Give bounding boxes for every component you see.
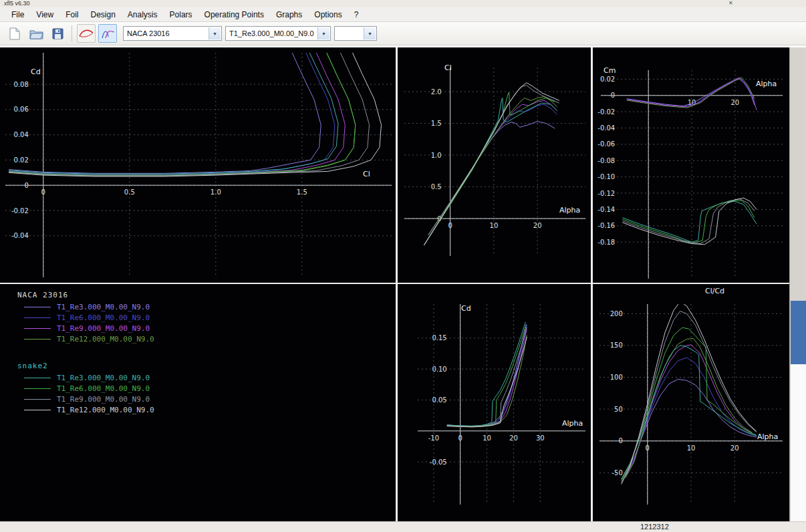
svg-text:Cl/Cd: Cl/Cd (705, 287, 724, 295)
background-window-edge (789, 47, 806, 521)
svg-text:2.0: 2.0 (431, 88, 442, 96)
legend-line-sample (24, 388, 51, 389)
legend-line-sample (24, 378, 51, 378)
svg-text:-0.06: -0.06 (597, 140, 615, 148)
save-icon (52, 28, 63, 39)
legend-item-label: T1_Re6.000_M0.00_N9.0 (57, 384, 150, 393)
svg-text:1.0: 1.0 (431, 152, 442, 159)
legend-line-sample (24, 328, 51, 329)
open-folder-icon (29, 28, 43, 39)
graph-clcd-vs-alpha[interactable]: 01020200150100500-50Cl/CdAlpha (593, 284, 789, 521)
menu-item-view[interactable]: View (30, 9, 59, 21)
foil-select[interactable]: NACA 23016 ▼ (123, 26, 222, 41)
open-file-button[interactable] (27, 24, 45, 43)
svg-text:-0.04: -0.04 (597, 124, 615, 132)
polar-select-value: T1_Re3.000_M0.00_N9.0 (229, 29, 314, 37)
legend-line-sample (24, 339, 51, 340)
svg-text:Cm: Cm (603, 66, 616, 75)
svg-text:-0.16: -0.16 (597, 222, 615, 229)
svg-text:0.02: 0.02 (14, 156, 29, 164)
svg-text:-0.02: -0.02 (597, 108, 615, 116)
graph-area: 00.51.01.50.080.060.040.020-0.02-0.04CdC… (0, 47, 789, 521)
toolbar: NACA 23016 ▼ T1_Re3.000_M0.00_N9.0 ▼ ▼ (0, 22, 806, 45)
graph-cd-vs-alpha[interactable]: -1001020300.150.100.05-0.05CdAlpha (398, 284, 591, 521)
svg-text:Cl: Cl (363, 170, 370, 178)
svg-text:0.5: 0.5 (124, 188, 135, 196)
polar-select[interactable]: T1_Re3.000_M0.00_N9.0 ▼ (225, 26, 331, 41)
svg-text:Cd: Cd (461, 304, 471, 313)
legend-item: T1_Re6.000_M0.00_N9.0 (17, 383, 396, 394)
svg-text:-0.12: -0.12 (597, 190, 615, 197)
svg-text:-0.04: -0.04 (11, 232, 29, 239)
menu-item-options[interactable]: Options (308, 9, 348, 21)
legend-item: T1_Re12.000_M0.00_N9.0 (17, 404, 396, 415)
legend-item: T1_Re3.000_M0.00_N9.0 (17, 372, 396, 383)
foil-design-icon (79, 27, 94, 39)
chevron-down-icon: ▼ (209, 27, 221, 39)
svg-text:150: 150 (610, 342, 623, 349)
foil-direct-design-button[interactable] (77, 24, 96, 43)
legend-item-label: T1_Re6.000_M0.00_N9.0 (57, 313, 150, 322)
background-window-blue-fragment (791, 301, 806, 364)
legend-line-sample (24, 410, 51, 410)
polar-view-button[interactable] (98, 24, 117, 43)
menu-item-polars[interactable]: Polars (164, 9, 198, 21)
legend-group-name: snake2 (17, 362, 396, 370)
legend-line-sample (24, 399, 51, 400)
svg-text:100: 100 (610, 374, 623, 381)
legend-group: NACA 23016T1_Re3.000_M0.00_N9.0T1_Re6.00… (17, 291, 396, 344)
svg-text:Alpha: Alpha (562, 419, 583, 428)
menu-item-analysis[interactable]: Analysis (122, 9, 164, 21)
svg-text:-10: -10 (428, 434, 439, 442)
legend-item: T1_Re9.000_M0.00_N9.0 (17, 323, 396, 334)
panel-divider (396, 47, 398, 521)
legend-item-label: T1_Re12.000_M0.00_N9.0 (57, 335, 154, 344)
legend-item-label: T1_Re9.000_M0.00_N9.0 (57, 395, 150, 404)
menu-item-graphs[interactable]: Graphs (270, 9, 308, 21)
background-window-white-fragment (791, 364, 806, 521)
legend-item-label: T1_Re9.000_M0.00_N9.0 (57, 324, 150, 333)
menu-item-help[interactable]: ? (348, 9, 365, 21)
svg-text:20: 20 (730, 444, 739, 452)
graph-cl-vs-alpha[interactable]: 010202.01.51.00.50ClAlpha (398, 47, 591, 283)
svg-text:-0.10: -0.10 (597, 173, 615, 180)
legend-item-label: T1_Re12.000_M0.00_N9.0 (57, 406, 154, 414)
menubar: File View Foil Design Analysis Polars Op… (0, 7, 806, 22)
legend-line-sample (24, 317, 51, 318)
chevron-down-icon: ▼ (364, 27, 376, 39)
window-title: xfl5 v6.30 (4, 0, 30, 7)
legend-item: T1_Re6.000_M0.00_N9.0 (17, 312, 396, 323)
menu-item-file[interactable]: File (5, 9, 30, 21)
new-document-icon (9, 27, 20, 40)
svg-text:0.08: 0.08 (14, 81, 29, 88)
svg-text:Alpha: Alpha (559, 206, 580, 215)
menu-item-operating-points[interactable]: Operating Points (198, 9, 270, 21)
statusbar-text: 1212312 (640, 523, 669, 531)
polar-graph-cd-vs-cl[interactable]: 00.51.01.50.080.060.040.020-0.02-0.04CdC… (0, 47, 396, 283)
legend-item: T1_Re12.000_M0.00_N9.0 (17, 334, 396, 344)
svg-text:0.5: 0.5 (431, 183, 442, 190)
svg-text:0.04: 0.04 (14, 131, 29, 138)
legend-item-label: T1_Re3.000_M0.00_N9.0 (57, 374, 150, 382)
menu-item-design[interactable]: Design (84, 9, 121, 21)
polar-view-icon (100, 27, 115, 39)
svg-text:-0.02: -0.02 (11, 207, 29, 215)
svg-text:50: 50 (614, 406, 623, 413)
svg-text:10: 10 (490, 222, 499, 229)
svg-text:0.15: 0.15 (432, 334, 446, 342)
svg-text:Alpha: Alpha (756, 80, 777, 88)
operating-point-select[interactable]: ▼ (334, 26, 377, 41)
svg-text:-50: -50 (612, 469, 622, 477)
graph-cm-vs-alpha[interactable]: 10200.020-0.02-0.04-0.06-0.08-0.10-0.12-… (593, 47, 789, 283)
save-button[interactable] (48, 24, 67, 43)
svg-text:-0.08: -0.08 (597, 157, 615, 164)
svg-text:1.0: 1.0 (211, 188, 221, 196)
menu-item-foil[interactable]: Foil (59, 9, 84, 21)
new-document-button[interactable] (5, 24, 24, 43)
toolbar-separator (72, 25, 72, 41)
close-icon[interactable]: ✕ (728, 0, 733, 6)
statusbar: 1212312 (0, 521, 806, 532)
svg-text:-0.05: -0.05 (430, 458, 447, 466)
legend-item: T1_Re3.000_M0.00_N9.0 (17, 301, 396, 312)
svg-text:Alpha: Alpha (757, 432, 778, 441)
